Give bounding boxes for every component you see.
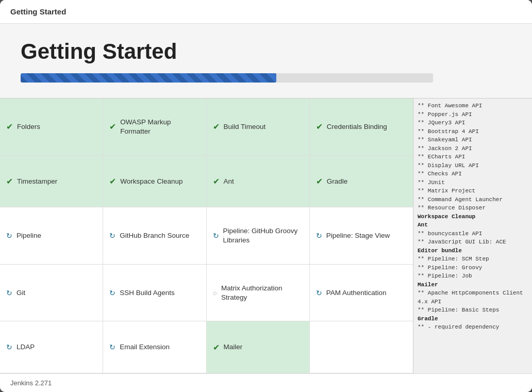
log-line: ** Checks API	[418, 170, 528, 178]
plugin-name-label: Git	[16, 288, 25, 298]
list-item: ↻Pipeline: Stage View	[310, 207, 413, 265]
plugin-name-label: OWASP Markup Formatter	[120, 118, 200, 136]
log-line: ** - required dependency	[418, 323, 528, 332]
log-line: ** ECharts API	[418, 153, 528, 161]
list-item: ↻Pipeline: GitHub Groovy Libraries	[207, 207, 310, 265]
log-line: ** Resource Disposer	[418, 204, 528, 213]
check-icon: ✔	[316, 122, 323, 132]
list-item: ↻Pipeline	[0, 207, 103, 265]
check-icon: ✔	[213, 342, 220, 352]
list-item: ○Matrix Authorization Strategy	[207, 265, 310, 322]
list-item: ✔Folders	[0, 99, 103, 156]
log-line: ** bouncycastle API	[418, 230, 528, 238]
progress-bar-container	[21, 73, 433, 83]
log-line: ** JQuery3 API	[418, 119, 528, 127]
log-line: Editor bundle	[418, 247, 528, 255]
plugin-name-label: SSH Build Agents	[120, 288, 175, 298]
list-item: ↻GitHub Branch Source	[103, 207, 206, 265]
plugin-name-label: LDAP	[16, 342, 35, 352]
log-line: Gradle	[418, 315, 528, 323]
plugin-name-label: Timestamper	[17, 177, 57, 186]
log-line: Ant	[418, 221, 528, 230]
sync-icon: ↻	[109, 232, 115, 240]
log-line: ** Pipeline: SCM Step	[418, 255, 528, 264]
progress-bar-fill	[21, 73, 276, 83]
list-item: ✔Ant	[207, 156, 310, 208]
plugin-name-label: Email Extension	[120, 342, 170, 352]
sync-icon: ↻	[213, 232, 219, 240]
log-line: Workspace Cleanup	[418, 213, 528, 221]
log-line: 4.x API	[418, 298, 528, 306]
footer: Jenkins 2.271	[0, 373, 532, 392]
main-window: Getting Started Getting Started ✔Folders…	[0, 0, 532, 392]
plugins-section: ✔Folders✔OWASP Markup Formatter✔Build Ti…	[0, 98, 532, 373]
plugin-name-label: PAM Authentication	[326, 288, 387, 298]
log-line: ** Pipeline: Basic Steps	[418, 306, 528, 315]
plugin-name-label: Credentials Binding	[327, 122, 387, 132]
plugin-name-label: Folders	[17, 122, 40, 132]
check-icon: ✔	[213, 176, 220, 186]
plugin-name-label: Build Timeout	[224, 122, 266, 132]
log-line: ** Apache HttpComponents Client	[418, 289, 528, 298]
check-icon: ✔	[316, 176, 323, 186]
log-line: ** JUnit	[418, 178, 528, 187]
sync-icon: ↻	[109, 289, 115, 297]
sync-icon: ↻	[109, 343, 115, 351]
check-icon: ✔	[6, 176, 13, 186]
sidebar-log: ** Font Awesome API** Popper.js API** JQ…	[413, 99, 532, 373]
plugin-name-label: Mailer	[224, 342, 243, 352]
sync-icon: ↻	[316, 289, 322, 297]
list-item: ✔OWASP Markup Formatter	[103, 99, 206, 156]
circle-icon: ○	[213, 289, 217, 297]
check-icon: ✔	[6, 122, 13, 132]
sync-icon: ↻	[6, 343, 12, 351]
list-item: ✔Credentials Binding	[310, 99, 413, 156]
window-title: Getting Started	[10, 7, 66, 16]
plugin-name-label: Gradle	[327, 177, 348, 186]
log-line: ** Matrix Project	[418, 187, 528, 195]
list-item: ✔Build Timeout	[207, 99, 310, 156]
list-item: ✔Mailer	[207, 321, 310, 373]
list-item	[310, 321, 413, 373]
log-line: ** Command Agent Launcher	[418, 195, 528, 204]
plugin-name-label: Ant	[224, 177, 234, 186]
hero-section: Getting Started	[0, 24, 532, 98]
plugin-name-label: Workspace Cleanup	[120, 177, 182, 186]
main-content: Getting Started ✔Folders✔OWASP Markup Fo…	[0, 24, 532, 373]
check-icon: ✔	[109, 122, 116, 132]
log-line: ** Jackson 2 API	[418, 144, 528, 153]
hero-title: Getting Started	[21, 39, 177, 64]
plugin-name-label: GitHub Branch Source	[120, 231, 189, 240]
plugin-name-label: Matrix Authorization Strategy	[221, 284, 303, 302]
list-item: ↻PAM Authentication	[310, 265, 413, 322]
list-item: ✔Gradle	[310, 156, 413, 208]
list-item: ↻Git	[0, 265, 103, 322]
sync-icon: ↻	[6, 232, 12, 240]
list-item: ↻SSH Build Agents	[103, 265, 206, 322]
log-line: ** Font Awesome API	[418, 102, 528, 110]
plugins-grid: ✔Folders✔OWASP Markup Formatter✔Build Ti…	[0, 99, 413, 373]
title-bar: Getting Started	[0, 0, 532, 24]
log-line: Mailer	[418, 281, 528, 289]
check-icon: ✔	[109, 176, 116, 186]
plugin-name-label: Pipeline: Stage View	[326, 231, 390, 240]
log-line: ** Bootstrap 4 API	[418, 127, 528, 136]
jenkins-version: Jenkins 2.271	[10, 379, 52, 387]
log-line: ** Pipeline: Groovy	[418, 264, 528, 272]
list-item: ✔Timestamper	[0, 156, 103, 208]
log-line: ** Display URL API	[418, 161, 528, 170]
plugin-name-label: Pipeline	[16, 231, 41, 240]
list-item: ↻Email Extension	[103, 321, 206, 373]
list-item: ↻LDAP	[0, 321, 103, 373]
list-item: ✔Workspace Cleanup	[103, 156, 206, 208]
sync-icon: ↻	[6, 289, 12, 297]
log-line: ** Pipeline: Job	[418, 272, 528, 281]
log-line: ** JavaScript GUI Lib: ACE	[418, 238, 528, 247]
sync-icon: ↻	[316, 232, 322, 240]
check-icon: ✔	[213, 122, 220, 132]
log-line: ** Popper.js API	[418, 110, 528, 119]
plugin-name-label: Pipeline: GitHub Groovy Libraries	[223, 226, 303, 244]
log-line: ** Snakeyaml API	[418, 136, 528, 144]
